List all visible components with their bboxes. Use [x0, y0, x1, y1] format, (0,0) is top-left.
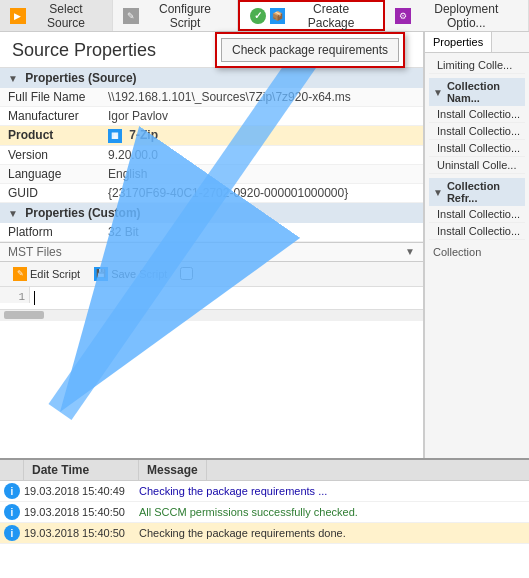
log-datetime: 19.03.2018 15:40:50 [24, 527, 139, 539]
log-header: Date Time Message [0, 460, 529, 481]
chevron-down-icon: ▼ [8, 208, 18, 219]
configure-script-icon: ✎ [123, 8, 139, 24]
save-script-icon: 💾 [94, 267, 108, 281]
table-row-platform: Platform 32 Bit [0, 223, 423, 242]
right-list-item: Install Collectio... [429, 123, 525, 140]
log-rows: i 19.03.2018 15:40:49 Checking the packa… [0, 481, 529, 575]
log-message: Checking the package requirements done. [139, 527, 529, 539]
save-script-label: Save Script [111, 268, 167, 280]
log-row: i 19.03.2018 15:40:50 All SCCM permissio… [0, 502, 529, 523]
limiting-collection-item: Limiting Colle... [429, 57, 525, 74]
mst-files-row: MST Files ▼ [0, 242, 423, 262]
log-info-icon: i [0, 483, 24, 499]
properties-custom-section: ▼ Properties (Custom) [0, 202, 423, 223]
left-panel: Source Properties ▼ Properties (Source) … [0, 32, 424, 458]
log-message-header: Message [139, 460, 207, 480]
select-source-label: Select Source [30, 2, 103, 30]
properties-source-section: ▼ Properties (Source) [0, 68, 423, 88]
log-message: Checking the package requirements ... [139, 485, 529, 497]
right-panel-content: Limiting Colle... ▼ Collection Nam... In… [425, 53, 529, 264]
mst-dropdown-icon[interactable]: ▼ [405, 246, 415, 257]
table-row: Manufacturer Igor Pavlov [0, 107, 423, 126]
horizontal-scrollbar[interactable] [0, 309, 423, 321]
code-content [30, 287, 423, 309]
right-list-item: Install Collectio... [429, 140, 525, 157]
log-datetime: 19.03.2018 15:40:49 [24, 485, 139, 497]
check-requirements-button[interactable]: Check package requirements [221, 38, 399, 62]
table-row: Version 9.20.00.0 [0, 145, 423, 164]
chevron-down-icon: ▼ [433, 87, 443, 98]
create-package-button[interactable]: ✓ 📦 Create Package [238, 0, 385, 31]
chevron-down-icon: ▼ [433, 187, 443, 198]
edit-script-icon: ✎ [13, 267, 27, 281]
edit-script-label: Edit Script [30, 268, 80, 280]
right-tabs: Properties [425, 32, 529, 53]
main-content: Source Properties ▼ Properties (Source) … [0, 32, 529, 458]
product-icon: ▦ [108, 129, 122, 143]
table-row-product: Product ▦ 7-Zip [0, 126, 423, 146]
create-package-label: Create Package [289, 2, 373, 30]
create-package-pkg-icon: 📦 [270, 8, 286, 24]
right-list-item: Install Collectio... [429, 223, 525, 240]
mst-files-label: MST Files [8, 245, 62, 259]
configure-script-label: Configure Script [143, 2, 227, 30]
log-info-icon: i [0, 525, 24, 541]
right-list-item: Install Collectio... [429, 206, 525, 223]
collection-refresh-section: ▼ Collection Refr... Install Collectio..… [429, 178, 525, 240]
log-datetime: 19.03.2018 15:40:50 [24, 506, 139, 518]
collection-label: Collection [429, 244, 525, 260]
select-source-button[interactable]: ▶ Select Source [0, 0, 113, 31]
log-datetime-header: Date Time [24, 460, 139, 480]
deployment-options-label: Deployment Optio... [415, 2, 518, 30]
right-list-item: Uninstall Colle... [429, 157, 525, 174]
collection-name-header: ▼ Collection Nam... [429, 78, 525, 106]
source-properties-table: ▼ Properties (Source) Full File Name \\1… [0, 68, 423, 242]
table-row: Language English [0, 164, 423, 183]
select-source-icon: ▶ [10, 8, 26, 24]
table-row: Full File Name \\192.168.1.101\_Sources\… [0, 88, 423, 107]
code-editor[interactable]: 1 [0, 287, 423, 309]
log-icon-col [0, 460, 24, 480]
chevron-down-icon: ▼ [8, 73, 18, 84]
limiting-collection-section: Limiting Colle... [429, 57, 525, 74]
script-checkbox[interactable] [180, 267, 193, 280]
cursor [34, 291, 35, 305]
log-panel: Date Time Message i 19.03.2018 15:40:49 … [0, 458, 529, 578]
right-list-item: Install Collectio... [429, 106, 525, 123]
deployment-options-icon: ⚙ [395, 8, 411, 24]
log-row-highlighted: i 19.03.2018 15:40:50 Checking the packa… [0, 523, 529, 544]
log-row: i 19.03.2018 15:40:49 Checking the packa… [0, 481, 529, 502]
tab-properties[interactable]: Properties [425, 32, 492, 52]
right-panel: Properties Limiting Colle... ▼ Collectio… [424, 32, 529, 458]
table-row: GUID {23170F69-40C1-2702-0920-0000010000… [0, 183, 423, 202]
edit-script-button[interactable]: ✎ Edit Script [8, 265, 85, 283]
collection-name-section: ▼ Collection Nam... Install Collectio...… [429, 78, 525, 174]
scrollbar-thumb [4, 311, 44, 319]
log-message: All SCCM permissions successfully checke… [139, 506, 529, 518]
code-editor-container: 1 [0, 287, 423, 321]
save-script-button[interactable]: 💾 Save Script [89, 265, 172, 283]
configure-script-button[interactable]: ✎ Configure Script [113, 0, 238, 31]
collection-refresh-header: ▼ Collection Refr... [429, 178, 525, 206]
check-requirements-popup: Check package requirements [215, 32, 405, 68]
create-package-check-icon: ✓ [250, 8, 266, 24]
line-numbers: 1 [0, 287, 30, 303]
script-toolbar: ✎ Edit Script 💾 Save Script [0, 262, 423, 287]
log-info-icon: i [0, 504, 24, 520]
deployment-options-button[interactable]: ⚙ Deployment Optio... [385, 0, 529, 31]
main-toolbar: ▶ Select Source ✎ Configure Script ✓ 📦 C… [0, 0, 529, 32]
